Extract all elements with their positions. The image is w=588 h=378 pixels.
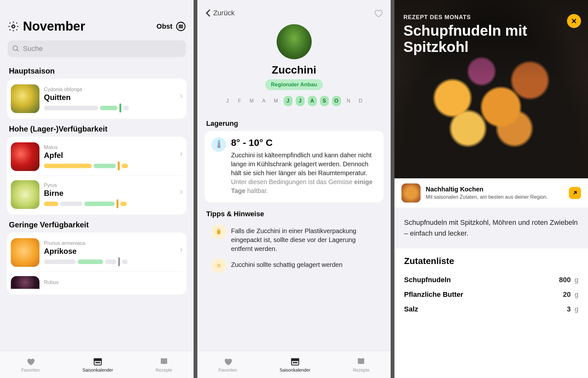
screen-recipe: REZEPT DES MONATS Schupfnudeln mit Spitz…: [394, 0, 588, 378]
svg-line-21: [216, 267, 217, 268]
back-label: Zurück: [213, 9, 235, 17]
svg-point-9: [96, 362, 97, 363]
svg-line-20: [220, 267, 221, 268]
ingredient-amount: 800 g: [559, 276, 578, 284]
month-pill: D: [356, 96, 365, 106]
produce-image: [277, 24, 312, 59]
ingredient-name: Schupfnudeln: [404, 276, 451, 284]
heart-icon: [223, 357, 233, 366]
produce-item-apfel[interactable]: Malus Apfel ›: [11, 140, 183, 174]
month-pill: S: [320, 96, 329, 106]
tip-row: Falls die Zucchini in einer Plastikverpa…: [204, 225, 384, 253]
latin-name: Rubus: [44, 280, 183, 285]
promo-card[interactable]: Nachhaltig Kochen Mit saisonalen Zutaten…: [394, 178, 588, 208]
ingredient-row: Salz3 g: [404, 302, 578, 317]
storage-title: Lagerung: [197, 112, 391, 131]
search-placeholder: Suche: [23, 45, 43, 53]
produce-thumb: [11, 238, 39, 267]
open-link-icon[interactable]: [569, 187, 581, 199]
month-pill: N: [344, 96, 353, 106]
svg-rect-24: [291, 359, 299, 360]
tab-favoriten[interactable]: Favoriten: [218, 357, 237, 373]
book-icon: [159, 357, 169, 366]
tab-label: Rezepte: [156, 367, 172, 373]
svg-point-10: [97, 362, 98, 363]
tab-label: Favoriten: [21, 367, 40, 373]
availability-bar: [44, 259, 178, 265]
storage-text: Zucchini ist kälteempfindlich und kann d…: [231, 151, 377, 195]
month-pill: M: [247, 96, 256, 106]
latin-name: Cydonia oblonga: [44, 87, 178, 92]
filter-label[interactable]: Obst: [157, 22, 173, 31]
chevron-right-icon: ›: [180, 187, 183, 196]
produce-item-quitten[interactable]: Cydonia oblonga Quitten ›: [11, 82, 183, 116]
svg-point-11: [99, 362, 100, 363]
gear-icon[interactable]: [8, 21, 19, 32]
tab-label: Saisonkalender: [82, 367, 113, 373]
tab-saisonkalender[interactable]: Saisonkalender: [280, 357, 310, 373]
menu-icon[interactable]: [176, 21, 186, 32]
tab-favoriten[interactable]: Favoriten: [21, 357, 40, 373]
produce-item-rubus[interactable]: Rubus: [11, 271, 183, 291]
recipe-eyebrow: REZEPT DES MONATS: [394, 0, 588, 23]
availability-bar: [44, 163, 178, 169]
recipe-description: Schupfnudeln mit Spitzkohl, Möhren und r…: [394, 208, 588, 248]
svg-point-5: [13, 46, 18, 50]
thermometer-icon: [211, 137, 226, 152]
search-input[interactable]: Suche: [8, 40, 186, 57]
month-pill: J: [296, 96, 305, 106]
ingredient-row: Schupfnudeln800 g: [404, 273, 578, 287]
svg-point-25: [293, 362, 294, 363]
chevron-right-icon: ›: [180, 245, 183, 254]
ingredient-name: Salz: [404, 305, 418, 313]
ingredients-title: Zutatenliste: [404, 256, 578, 266]
favorite-button[interactable]: [373, 8, 383, 18]
month-pill: F: [235, 96, 244, 106]
tab-bar: Favoriten Saisonkalender Rezepte: [197, 351, 391, 378]
month-pill: J: [284, 96, 293, 106]
section-title: Hauptsaison: [0, 61, 194, 79]
back-button[interactable]: Zurück: [205, 9, 235, 17]
close-button[interactable]: [567, 14, 581, 28]
produce-thumb: [11, 84, 39, 113]
produce-item-birne[interactable]: Pyrus Birne ›: [11, 175, 183, 211]
recipe-hero: REZEPT DES MONATS Schupfnudeln mit Spitz…: [394, 0, 588, 178]
tab-label: Rezepte: [353, 367, 369, 373]
tip-row: Zucchini sollte schattig gelagert werden: [204, 258, 384, 273]
common-name: Quitten: [44, 93, 178, 102]
chevron-right-icon: ›: [180, 91, 183, 101]
page-title: November: [23, 19, 157, 33]
produce-thumb: [11, 276, 39, 289]
month-pill: O: [332, 96, 341, 106]
month-strip: JFMAMJJASOND: [197, 96, 391, 106]
tip-text: Falls die Zucchini in einer Plastikverpa…: [231, 225, 377, 253]
produce-item-aprikose[interactable]: Prunus armeniaca Aprikose ›: [11, 236, 183, 269]
recipe-title: Schupfnudeln mit Spitzkohl: [394, 23, 549, 55]
common-name: Apfel: [44, 151, 178, 160]
tip-text: Zucchini sollte schattig gelagert werden: [231, 258, 343, 273]
screen-calendar-list: November Obst Suche Hauptsaison Cydonia …: [0, 0, 194, 378]
search-icon: [12, 45, 20, 53]
tab-bar: Favoriten Saisonkalender Rezepte: [0, 351, 194, 378]
ingredient-row: Pflanzliche Butter20 g: [404, 287, 578, 302]
month-pill: A: [259, 96, 268, 106]
promo-subtitle: Mit saisonalen Zutaten, am besten aus de…: [426, 194, 564, 201]
calendar-icon: [93, 357, 103, 366]
latin-name: Prunus armeniaca: [44, 240, 178, 246]
svg-line-22: [220, 264, 221, 264]
promo-thumb: [401, 183, 421, 203]
ingredient-name: Pflanzliche Butter: [404, 290, 463, 299]
tab-rezepte[interactable]: Rezepte: [156, 357, 172, 373]
availability-bar: [44, 105, 178, 111]
tab-rezepte[interactable]: Rezepte: [353, 357, 369, 373]
section-title: Hohe (Lager-)Verfügbarkeit: [0, 119, 194, 137]
region-badge: Regionaler Anbau: [265, 79, 323, 90]
svg-point-27: [296, 362, 297, 363]
produce-thumb: [11, 180, 39, 209]
tab-saisonkalender[interactable]: Saisonkalender: [82, 357, 113, 373]
chevron-right-icon: ›: [180, 149, 183, 159]
month-pill: J: [223, 96, 232, 106]
storage-card: 8° - 10° C Zucchini ist kälteempfindlich…: [204, 131, 384, 202]
section-title: Geringe Verfügbarkeit: [0, 215, 194, 232]
tab-label: Favoriten: [218, 367, 237, 373]
